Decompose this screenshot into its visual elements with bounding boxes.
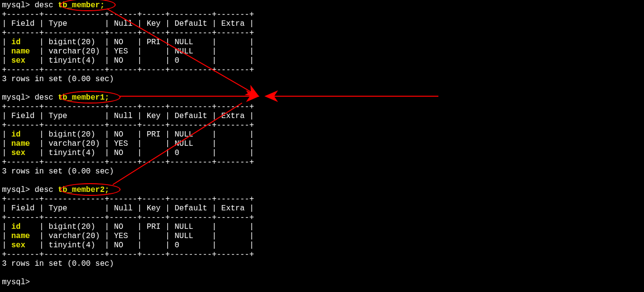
table-header: | Field | Type | Null | Key | Default | …	[2, 204, 254, 213]
prompt-idle: mysql>	[2, 278, 35, 287]
table-row: | id | bigint(20) | NO | PRI | NULL | |	[2, 130, 254, 139]
result-footer: 3 rows in set (0.00 sec)	[2, 167, 114, 176]
table-row: | sex | tinyint(4) | NO | | 0 | |	[2, 56, 254, 65]
table-row: | sex | tinyint(4) | NO | | 0 | |	[2, 241, 254, 250]
table-row: | sex | tinyint(4) | NO | | 0 | |	[2, 149, 254, 157]
table-border: +-------+-------------+------+-----+----…	[2, 158, 254, 167]
result-footer: 3 rows in set (0.00 sec)	[2, 259, 114, 268]
table-border: +-------+-------------+------+-----+----…	[2, 103, 254, 111]
table-border: +-------+-------------+------+-----+----…	[2, 213, 254, 222]
table-name-2: tb_member2;	[58, 186, 109, 194]
table-border: +-------+-------------+------+-----+----…	[2, 250, 254, 259]
prompt: mysql> desc tb_member;	[2, 1, 104, 10]
table-name-0: tb_member;	[58, 1, 104, 10]
table-border: +-------+-------------+------+-----+----…	[2, 121, 254, 130]
table-row: | id | bigint(20) | NO | PRI | NULL | |	[2, 223, 254, 231]
table-header: | Field | Type | Null | Key | Default | …	[2, 19, 254, 28]
table-header: | Field | Type | Null | Key | Default | …	[2, 112, 254, 120]
table-border: +-------+-------------+------+-----+----…	[2, 66, 254, 74]
mysql-terminal[interactable]: mysql> desc tb_member; +-------+--------…	[0, 0, 644, 288]
table-row: | name | varchar(20) | YES | | NULL | |	[2, 139, 254, 148]
result-footer: 3 rows in set (0.00 sec)	[2, 75, 114, 84]
table-row: | name | varchar(20) | YES | | NULL | |	[2, 47, 254, 56]
table-name-1: tb_member1;	[58, 93, 109, 102]
table-border: +-------+-------------+------+-----+----…	[2, 10, 254, 19]
table-border: +-------+-------------+------+-----+----…	[2, 195, 254, 204]
prompt: mysql> desc tb_member1;	[2, 93, 109, 102]
prompt: mysql> desc tb_member2;	[2, 186, 109, 194]
table-row: | name | varchar(20) | YES | | NULL | |	[2, 232, 254, 240]
table-border: +-------+-------------+------+-----+----…	[2, 29, 254, 37]
table-row: | id | bigint(20) | NO | PRI | NULL | |	[2, 38, 254, 47]
